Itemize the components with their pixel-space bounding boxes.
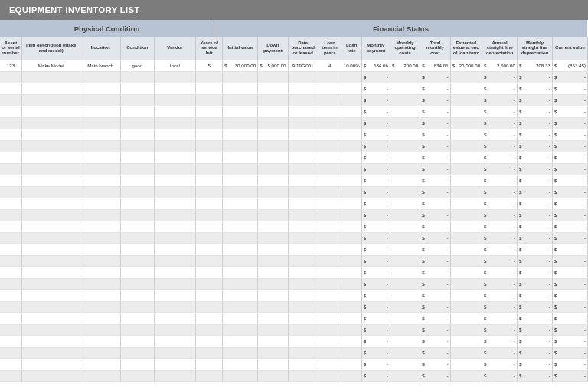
cell-loan-rate[interactable] bbox=[341, 163, 361, 175]
cell-loan-term[interactable] bbox=[318, 106, 341, 117]
cell-asset[interactable] bbox=[0, 186, 21, 198]
cell-loan-term[interactable] bbox=[318, 278, 341, 289]
cell-initial[interactable] bbox=[223, 266, 258, 278]
table-row[interactable]: $-$-$-$-$- bbox=[0, 106, 588, 117]
cell-curr[interactable]: $- bbox=[552, 370, 587, 381]
cell-mdep[interactable]: $- bbox=[518, 83, 553, 94]
cell-condition[interactable] bbox=[120, 370, 154, 381]
cell-tmc[interactable]: $- bbox=[420, 370, 450, 381]
cell-loan-term[interactable] bbox=[318, 83, 341, 94]
cell-down[interactable] bbox=[258, 152, 288, 163]
cell-mdep[interactable]: $208.33 bbox=[518, 60, 553, 71]
cell-loan-term[interactable] bbox=[318, 232, 341, 243]
cell-initial[interactable] bbox=[223, 278, 258, 289]
cell-mop[interactable] bbox=[390, 209, 420, 220]
cell-years[interactable] bbox=[196, 209, 223, 220]
cell-date[interactable] bbox=[288, 232, 318, 243]
cell-desc[interactable] bbox=[21, 186, 80, 198]
cell-loan-term[interactable] bbox=[318, 163, 341, 175]
cell-date[interactable] bbox=[288, 301, 318, 312]
cell-curr[interactable]: $- bbox=[552, 255, 587, 266]
cell-mpay[interactable]: $- bbox=[361, 83, 390, 94]
cell-initial[interactable] bbox=[223, 347, 258, 358]
cell-date[interactable] bbox=[288, 209, 318, 220]
cell-mdep[interactable]: $- bbox=[518, 370, 553, 381]
cell-mpay[interactable]: $- bbox=[361, 140, 390, 152]
cell-mpay[interactable]: $- bbox=[361, 106, 390, 117]
cell-mdep[interactable]: $- bbox=[518, 163, 553, 175]
cell-exp[interactable] bbox=[450, 129, 482, 140]
table-row[interactable]: $-$-$-$-$- bbox=[0, 152, 588, 163]
cell-vendor[interactable] bbox=[154, 289, 196, 301]
cell-tmc[interactable]: $- bbox=[420, 106, 450, 117]
cell-down[interactable] bbox=[258, 186, 288, 198]
cell-mdep[interactable]: $- bbox=[518, 129, 553, 140]
cell-mop[interactable] bbox=[390, 347, 420, 358]
cell-desc[interactable] bbox=[21, 163, 80, 175]
cell-loan-term[interactable] bbox=[318, 335, 341, 347]
cell-mdep[interactable]: $- bbox=[518, 117, 553, 129]
cell-asset[interactable] bbox=[0, 220, 21, 232]
cell-vendor[interactable] bbox=[154, 94, 196, 106]
cell-vendor[interactable] bbox=[154, 106, 196, 117]
cell-mpay[interactable]: $- bbox=[361, 301, 390, 312]
cell-adep[interactable]: $- bbox=[482, 71, 518, 83]
cell-mdep[interactable]: $- bbox=[518, 358, 553, 370]
cell-asset[interactable] bbox=[0, 301, 21, 312]
table-row[interactable]: $-$-$-$-$- bbox=[0, 186, 588, 198]
cell-tmc[interactable]: $- bbox=[420, 335, 450, 347]
cell-desc[interactable] bbox=[21, 220, 80, 232]
cell-adep[interactable]: $- bbox=[482, 94, 518, 106]
cell-loan-rate[interactable] bbox=[341, 301, 361, 312]
cell-date[interactable] bbox=[288, 106, 318, 117]
table-row[interactable]: $-$-$-$-$- bbox=[0, 83, 588, 94]
cell-desc[interactable] bbox=[21, 347, 80, 358]
cell-vendor[interactable] bbox=[154, 278, 196, 289]
cell-initial[interactable] bbox=[223, 370, 258, 381]
cell-mpay[interactable]: $- bbox=[361, 152, 390, 163]
cell-condition[interactable] bbox=[120, 301, 154, 312]
cell-asset[interactable] bbox=[0, 243, 21, 255]
cell-date[interactable] bbox=[288, 278, 318, 289]
cell-adep[interactable]: $- bbox=[482, 129, 518, 140]
cell-years[interactable] bbox=[196, 94, 223, 106]
cell-down[interactable] bbox=[258, 220, 288, 232]
cell-years[interactable] bbox=[196, 255, 223, 266]
cell-date[interactable] bbox=[288, 347, 318, 358]
cell-asset[interactable] bbox=[0, 117, 21, 129]
cell-adep[interactable]: $- bbox=[482, 117, 518, 129]
cell-tmc[interactable]: $- bbox=[420, 163, 450, 175]
cell-initial[interactable] bbox=[223, 335, 258, 347]
cell-desc[interactable] bbox=[21, 106, 80, 117]
cell-location[interactable] bbox=[80, 83, 120, 94]
cell-desc[interactable] bbox=[21, 175, 80, 186]
cell-date[interactable] bbox=[288, 266, 318, 278]
cell-initial[interactable] bbox=[223, 255, 258, 266]
cell-mop[interactable] bbox=[390, 83, 420, 94]
table-row[interactable]: $-$-$-$-$- bbox=[0, 324, 588, 335]
table-row[interactable]: $-$-$-$-$- bbox=[0, 358, 588, 370]
cell-curr[interactable]: $- bbox=[552, 163, 587, 175]
cell-years[interactable] bbox=[196, 220, 223, 232]
cell-location[interactable] bbox=[80, 140, 120, 152]
cell-mop[interactable] bbox=[390, 335, 420, 347]
cell-vendor[interactable] bbox=[154, 198, 196, 209]
cell-mpay[interactable]: $- bbox=[361, 209, 390, 220]
cell-adep[interactable]: $- bbox=[482, 220, 518, 232]
cell-initial[interactable] bbox=[223, 94, 258, 106]
cell-initial[interactable] bbox=[223, 289, 258, 301]
cell-condition[interactable] bbox=[120, 220, 154, 232]
cell-years[interactable] bbox=[196, 289, 223, 301]
cell-exp[interactable] bbox=[450, 301, 482, 312]
cell-adep[interactable]: $- bbox=[482, 152, 518, 163]
cell-mpay[interactable]: $- bbox=[361, 232, 390, 243]
cell-adep[interactable]: $- bbox=[482, 347, 518, 358]
cell-years[interactable] bbox=[196, 152, 223, 163]
cell-date[interactable] bbox=[288, 163, 318, 175]
table-row[interactable]: $-$-$-$-$- bbox=[0, 129, 588, 140]
cell-years[interactable] bbox=[196, 198, 223, 209]
cell-asset[interactable] bbox=[0, 129, 21, 140]
table-row[interactable]: $-$-$-$-$- bbox=[0, 117, 588, 129]
cell-desc[interactable] bbox=[21, 152, 80, 163]
cell-exp[interactable] bbox=[450, 358, 482, 370]
